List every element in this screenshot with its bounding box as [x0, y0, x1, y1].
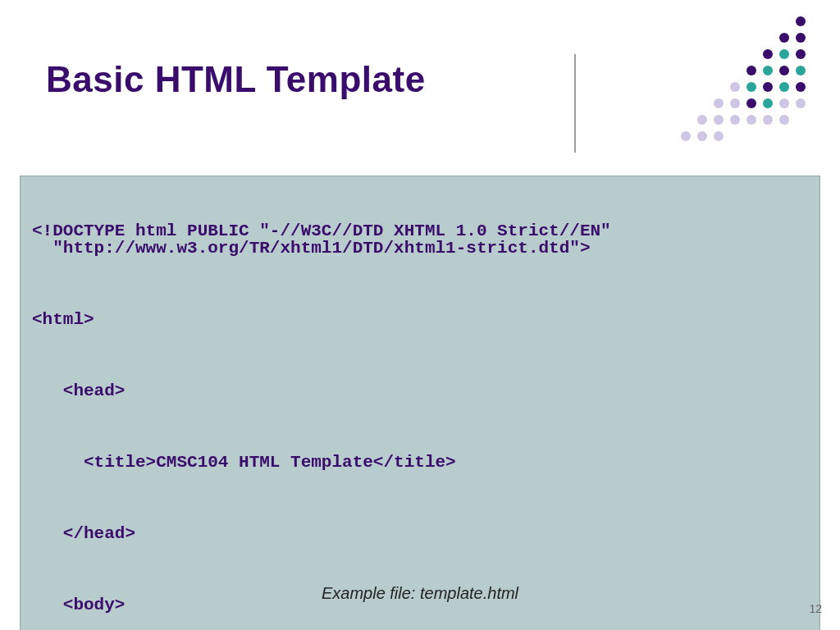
dot-icon	[779, 82, 789, 92]
dot-icon	[763, 115, 773, 125]
dot-icon	[746, 115, 756, 125]
code-line-open-html: <html>	[32, 311, 808, 328]
dot-icon	[796, 33, 806, 43]
dot-icon	[796, 66, 806, 75]
dot-icon	[779, 33, 789, 43]
dot-icon	[730, 82, 740, 92]
code-block: <!DOCTYPE html PUBLIC "-//W3C//DTD XHTML…	[32, 188, 808, 630]
dot-icon	[714, 98, 724, 108]
code-line-doctype: <!DOCTYPE html PUBLIC "-//W3C//DTD XHTML…	[32, 222, 808, 257]
dot-icon	[746, 66, 756, 75]
dot-icon	[697, 131, 707, 141]
dot-icon	[796, 49, 806, 59]
page-number: 12	[809, 602, 822, 615]
dot-icon	[763, 82, 773, 92]
dot-icon	[746, 82, 756, 92]
dot-icon	[746, 98, 756, 108]
dot-icon	[763, 49, 773, 59]
dot-icon	[763, 98, 773, 108]
dot-icon	[779, 115, 789, 125]
dot-icon	[697, 115, 707, 125]
dot-icon	[730, 98, 740, 108]
dot-icon	[796, 16, 806, 26]
dot-icon	[796, 82, 806, 92]
code-line-open-head: <head>	[32, 382, 808, 399]
title-area: Basic HTML Template	[46, 59, 709, 125]
dot-icon	[714, 115, 724, 125]
dot-icon	[779, 66, 789, 75]
caption: Example file: template.html	[0, 584, 840, 603]
dot-icon	[763, 66, 773, 75]
dot-icon	[681, 131, 691, 141]
dot-icon	[714, 131, 724, 141]
dot-icon	[779, 98, 789, 108]
dot-icon	[779, 49, 789, 59]
code-line-close-head: </head>	[32, 525, 808, 542]
title-divider	[574, 54, 576, 153]
slide-title: Basic HTML Template	[46, 59, 709, 100]
code-box: <!DOCTYPE html PUBLIC "-//W3C//DTD XHTML…	[20, 176, 820, 630]
slide: Basic HTML Template <!DOCTYPE html PUBLI…	[0, 0, 840, 630]
code-line-title: <title>CMSC104 HTML Template</title>	[32, 454, 808, 471]
dot-icon	[730, 115, 740, 125]
decorative-dots	[681, 16, 820, 131]
dot-icon	[796, 98, 806, 108]
